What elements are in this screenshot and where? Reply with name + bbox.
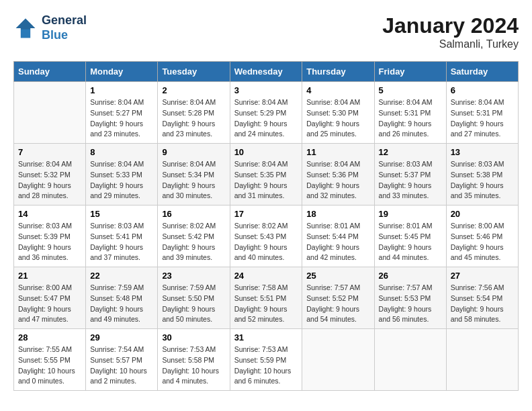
day-number: 12	[379, 147, 442, 157]
day-detail: Sunrise: 8:04 AMSunset: 5:28 PMDaylight:…	[162, 98, 216, 138]
day-detail: Sunrise: 8:04 AMSunset: 5:32 PMDaylight:…	[18, 160, 72, 199]
day-detail: Sunrise: 8:04 AMSunset: 5:31 PMDaylight:…	[379, 98, 433, 138]
header-row: SundayMondayTuesdayWednesdayThursdayFrid…	[14, 62, 519, 82]
day-number: 1	[90, 85, 153, 95]
day-number: 15	[90, 209, 153, 219]
calendar-cell: 31Sunrise: 7:53 AMSunset: 5:59 PMDayligh…	[230, 329, 302, 391]
calendar-cell: 10Sunrise: 8:04 AMSunset: 5:35 PMDayligh…	[230, 144, 302, 205]
calendar-cell: 12Sunrise: 8:03 AMSunset: 5:37 PMDayligh…	[374, 144, 446, 205]
day-number: 29	[90, 332, 153, 342]
calendar-cell: 20Sunrise: 8:00 AMSunset: 5:46 PMDayligh…	[446, 205, 518, 267]
calendar-cell: 22Sunrise: 7:59 AMSunset: 5:48 PMDayligh…	[86, 267, 158, 329]
calendar-cell	[374, 329, 446, 391]
calendar-table: SundayMondayTuesdayWednesdayThursdayFrid…	[13, 61, 519, 391]
day-detail: Sunrise: 8:00 AMSunset: 5:47 PMDaylight:…	[18, 283, 72, 323]
weekday-header: Friday	[374, 62, 446, 82]
calendar-cell: 21Sunrise: 8:00 AMSunset: 5:47 PMDayligh…	[14, 267, 86, 329]
day-number: 9	[162, 147, 225, 157]
day-number: 6	[451, 85, 514, 95]
day-number: 22	[90, 271, 153, 281]
weekday-header: Monday	[86, 62, 158, 82]
calendar-cell: 13Sunrise: 8:03 AMSunset: 5:38 PMDayligh…	[446, 144, 518, 205]
day-number: 20	[451, 209, 514, 219]
day-detail: Sunrise: 8:00 AMSunset: 5:46 PMDaylight:…	[451, 222, 504, 261]
calendar-cell: 19Sunrise: 8:01 AMSunset: 5:45 PMDayligh…	[374, 205, 446, 267]
logo: General Blue	[13, 13, 87, 42]
calendar-cell: 15Sunrise: 8:03 AMSunset: 5:41 PMDayligh…	[86, 205, 158, 267]
day-number: 10	[234, 147, 298, 157]
day-detail: Sunrise: 8:04 AMSunset: 5:29 PMDaylight:…	[234, 98, 288, 138]
day-number: 11	[306, 147, 369, 157]
calendar-cell: 23Sunrise: 7:59 AMSunset: 5:50 PMDayligh…	[158, 267, 230, 329]
calendar-week-row: 1Sunrise: 8:04 AMSunset: 5:27 PMDaylight…	[14, 82, 519, 144]
day-detail: Sunrise: 8:03 AMSunset: 5:38 PMDaylight:…	[451, 160, 504, 199]
day-number: 23	[162, 271, 225, 281]
calendar-week-row: 7Sunrise: 8:04 AMSunset: 5:32 PMDaylight…	[14, 144, 519, 205]
weekday-header: Sunday	[14, 62, 86, 82]
calendar-cell: 16Sunrise: 8:02 AMSunset: 5:42 PMDayligh…	[158, 205, 230, 267]
day-number: 26	[379, 271, 442, 281]
calendar-cell: 8Sunrise: 8:04 AMSunset: 5:33 PMDaylight…	[86, 144, 158, 205]
calendar-cell: 29Sunrise: 7:54 AMSunset: 5:57 PMDayligh…	[86, 329, 158, 391]
day-detail: Sunrise: 8:03 AMSunset: 5:41 PMDaylight:…	[90, 222, 144, 261]
day-detail: Sunrise: 8:02 AMSunset: 5:42 PMDaylight:…	[162, 222, 216, 261]
calendar-cell: 27Sunrise: 7:56 AMSunset: 5:54 PMDayligh…	[446, 267, 518, 329]
weekday-header: Wednesday	[230, 62, 302, 82]
day-detail: Sunrise: 8:04 AMSunset: 5:35 PMDaylight:…	[234, 160, 288, 199]
day-number: 27	[451, 271, 514, 281]
weekday-header: Saturday	[446, 62, 518, 82]
day-detail: Sunrise: 7:58 AMSunset: 5:51 PMDaylight:…	[234, 283, 288, 323]
day-number: 4	[306, 85, 369, 95]
day-detail: Sunrise: 8:04 AMSunset: 5:27 PMDaylight:…	[90, 98, 144, 138]
day-number: 8	[90, 147, 153, 157]
day-number: 14	[18, 209, 81, 219]
calendar-body: 1Sunrise: 8:04 AMSunset: 5:27 PMDaylight…	[14, 82, 519, 391]
month-title: January 2024	[382, 13, 519, 38]
weekday-header: Tuesday	[158, 62, 230, 82]
calendar-cell: 14Sunrise: 8:03 AMSunset: 5:39 PMDayligh…	[14, 205, 86, 267]
day-number: 31	[234, 332, 298, 342]
day-number: 28	[18, 332, 81, 342]
calendar-header: SundayMondayTuesdayWednesdayThursdayFrid…	[14, 62, 519, 82]
location-title: Salmanli, Turkey	[382, 38, 519, 50]
day-detail: Sunrise: 8:04 AMSunset: 5:30 PMDaylight:…	[306, 98, 360, 138]
calendar-cell: 6Sunrise: 8:04 AMSunset: 5:31 PMDaylight…	[446, 82, 518, 144]
logo-line1: General	[42, 13, 87, 28]
logo-icon	[13, 16, 38, 40]
day-number: 25	[306, 271, 369, 281]
calendar-week-row: 28Sunrise: 7:55 AMSunset: 5:55 PMDayligh…	[14, 329, 519, 391]
day-number: 18	[306, 209, 369, 219]
svg-marker-1	[16, 18, 36, 29]
calendar-cell: 28Sunrise: 7:55 AMSunset: 5:55 PMDayligh…	[14, 329, 86, 391]
day-detail: Sunrise: 8:01 AMSunset: 5:45 PMDaylight:…	[379, 222, 433, 261]
day-detail: Sunrise: 7:54 AMSunset: 5:57 PMDaylight:…	[90, 345, 147, 385]
day-detail: Sunrise: 8:04 AMSunset: 5:36 PMDaylight:…	[306, 160, 360, 199]
calendar-cell: 3Sunrise: 8:04 AMSunset: 5:29 PMDaylight…	[230, 82, 302, 144]
calendar-cell: 5Sunrise: 8:04 AMSunset: 5:31 PMDaylight…	[374, 82, 446, 144]
calendar-cell	[446, 329, 518, 391]
calendar-week-row: 14Sunrise: 8:03 AMSunset: 5:39 PMDayligh…	[14, 205, 519, 267]
day-detail: Sunrise: 7:56 AMSunset: 5:54 PMDaylight:…	[451, 283, 504, 323]
calendar-cell: 9Sunrise: 8:04 AMSunset: 5:34 PMDaylight…	[158, 144, 230, 205]
title-area: January 2024 Salmanli, Turkey	[382, 13, 519, 50]
day-number: 7	[18, 147, 81, 157]
calendar-cell: 17Sunrise: 8:02 AMSunset: 5:43 PMDayligh…	[230, 205, 302, 267]
day-number: 24	[234, 271, 298, 281]
day-number: 21	[18, 271, 81, 281]
calendar-cell: 7Sunrise: 8:04 AMSunset: 5:32 PMDaylight…	[14, 144, 86, 205]
calendar-cell: 24Sunrise: 7:58 AMSunset: 5:51 PMDayligh…	[230, 267, 302, 329]
day-detail: Sunrise: 7:53 AMSunset: 5:59 PMDaylight:…	[234, 345, 292, 385]
day-detail: Sunrise: 8:02 AMSunset: 5:43 PMDaylight:…	[234, 222, 288, 261]
calendar-cell: 26Sunrise: 7:57 AMSunset: 5:53 PMDayligh…	[374, 267, 446, 329]
day-number: 5	[379, 85, 442, 95]
weekday-header: Thursday	[302, 62, 374, 82]
calendar-cell: 11Sunrise: 8:04 AMSunset: 5:36 PMDayligh…	[302, 144, 374, 205]
day-detail: Sunrise: 8:03 AMSunset: 5:37 PMDaylight:…	[379, 160, 433, 199]
logo-line2: Blue	[42, 28, 87, 43]
day-number: 16	[162, 209, 225, 219]
day-detail: Sunrise: 7:57 AMSunset: 5:52 PMDaylight:…	[306, 283, 360, 323]
calendar-cell: 25Sunrise: 7:57 AMSunset: 5:52 PMDayligh…	[302, 267, 374, 329]
page-header: General Blue January 2024 Salmanli, Turk…	[13, 13, 519, 50]
day-detail: Sunrise: 8:03 AMSunset: 5:39 PMDaylight:…	[18, 222, 72, 261]
calendar-cell: 1Sunrise: 8:04 AMSunset: 5:27 PMDaylight…	[86, 82, 158, 144]
